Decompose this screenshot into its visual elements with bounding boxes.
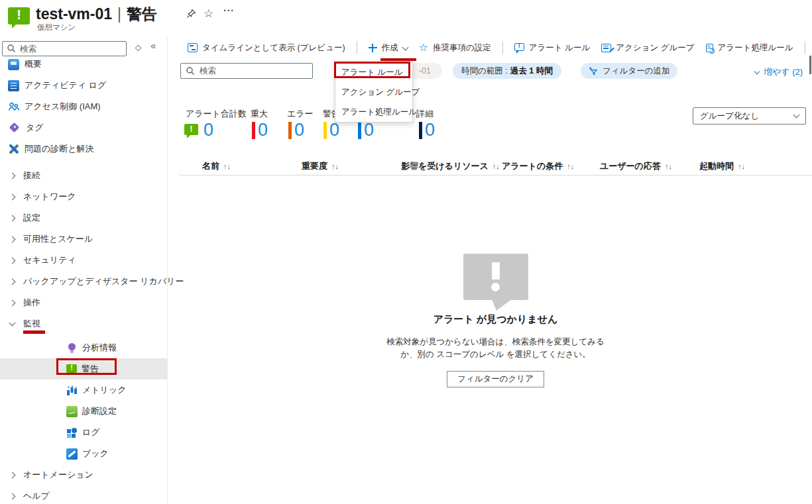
sidebar-item-activity-log[interactable]: アクティビティ ログ [0,75,167,96]
chevron-right-icon [9,299,16,306]
sidebar-item-label: アクティビティ ログ [25,79,106,91]
bubble-tail [493,300,511,311]
search-icon [7,44,16,53]
sidebar-item-overview[interactable]: 概要 [0,54,167,75]
time-range-pill[interactable]: 時間の範囲 : 過去 1 時間 [453,63,561,79]
sidebar-item-alerts[interactable]: 警告 [0,358,167,379]
annotation-underline-monitoring [23,330,45,334]
create-menu-item-action-group[interactable]: アクション グループ [335,82,412,102]
sidebar-item-logs[interactable]: ログ [0,422,167,443]
pin-icon[interactable] [186,9,196,21]
column-affected-resource[interactable]: 影響を受けるリソース ↑↓ [401,160,500,172]
column-alert-condition[interactable]: アラートの条件 ↑↓ [502,160,574,172]
action-groups-label: アクション グループ [616,42,694,54]
sidebar-item-access-control[interactable]: アクセス制御 (IAM) [0,96,167,117]
sidebar-options-icon[interactable] [135,45,142,52]
sort-icon: ↑↓ [223,162,231,170]
insights-icon [66,342,78,354]
time-range-value: 過去 1 時間 [510,66,553,77]
error-severity-bar [288,122,292,139]
sidebar-item-networking[interactable]: ネットワーク [0,186,167,207]
collapse-sidebar-button[interactable]: « [150,40,156,51]
sidebar-item-security[interactable]: セキュリティ [0,250,167,271]
star-icon [419,42,428,53]
no-alerts-icon [463,254,528,300]
sidebar-item-insights[interactable]: 分析情報 [0,337,167,358]
sidebar-item-label: 分析情報 [82,342,117,354]
toolbar-divider [502,41,503,54]
informational-severity-bar [358,122,361,139]
menu-item-label: アラート処理ルール [341,107,417,118]
metrics-icon [66,385,78,396]
sidebar-item-label: 診断設定 [82,405,117,417]
sidebar-item-label: ブック [82,448,109,460]
add-filter-pill[interactable]: フィルターの追加 [581,63,677,79]
chevron-right-icon [9,493,16,499]
column-fire-time[interactable]: 起動時間 ↑↓ [699,160,745,172]
sidebar-item-diagnostic-settings[interactable]: 診断設定 [0,401,167,422]
create-menu-item-alert-rule[interactable]: アラート ルール [335,62,412,82]
azure-portal-alerts-page: test-vm-01|警告 仮想マシン ☆ ··· « 概要 アクティビティ ロ… [0,0,812,504]
vertical-scrollbar-thumb[interactable] [809,56,811,74]
sidebar-item-operations[interactable]: 操作 [0,292,167,313]
create-button[interactable]: 作成 [369,42,408,54]
stat-warning-value: 0 [329,120,339,140]
alert-processing-rules-icon [706,44,713,52]
alert-processing-rules-button[interactable]: アラート処理ルール [706,42,793,54]
timeline-view-label: タイムラインとして表示 (プレビュー) [202,42,345,54]
critical-severity-bar [252,122,255,139]
sidebar-item-help[interactable]: ヘルプ [0,485,167,504]
diagnostic-settings-icon [66,406,78,417]
stat-critical-label: 重大 [251,108,268,120]
column-label: 重要度 [302,160,327,172]
sidebar-item-availability-scale[interactable]: 可用性とスケール [0,228,167,250]
resource-filter-pill-text: -01 [419,66,431,76]
sidebar-item-settings[interactable]: 設定 [0,207,167,228]
stat-error-value: 0 [294,120,304,140]
expand-more-link[interactable]: 増やす (2) [755,66,803,78]
sidebar-item-label: セキュリティ [23,254,76,266]
stat-informational-value: 0 [364,120,374,140]
column-severity[interactable]: 重要度 ↑↓ [302,160,339,172]
sidebar-item-workbooks[interactable]: ブック [0,443,167,464]
recommended-alert-rules-button[interactable]: 推奨事項の設定 [419,42,491,54]
sidebar-item-label: 接続 [23,170,40,181]
total-alerts-icon [184,124,198,135]
grouping-select[interactable]: グループ化なし [693,107,806,125]
column-label: 起動時間 [699,160,734,172]
sidebar-item-diagnose-solve[interactable]: 問題の診断と解決 [0,138,167,160]
chevron-right-icon [9,215,16,221]
overview-icon [8,59,19,70]
alerts-search-input[interactable] [180,63,313,79]
create-label: 作成 [382,42,398,54]
sort-icon: ↑↓ [738,162,745,170]
alert-rules-icon [514,43,524,51]
timeline-view-button[interactable]: タイムラインとして表示 (プレビュー) [188,42,345,54]
header-overflow-icon[interactable]: ··· [223,5,235,16]
sidebar-item-label: 可用性とスケール [23,233,93,245]
stat-total-alerts-label: アラート合計数 [186,108,247,120]
sidebar-item-tags[interactable]: タグ [0,117,167,138]
sidebar-item-monitoring[interactable]: 監視 [0,313,167,334]
create-menu-item-alert-processing-rule[interactable]: アラート処理ルール [335,102,412,122]
workbooks-icon [66,448,78,460]
sidebar-item-automation[interactable]: オートメーション [0,464,167,485]
favorite-star-icon[interactable]: ☆ [203,7,213,21]
sidebar-item-metrics[interactable]: メトリック [0,379,167,401]
alert-rules-button[interactable]: アラート ルール [514,42,590,54]
sidebar-item-label: 監視 [23,318,40,330]
empty-state-message: 検索対象が見つからない場合は、検索条件を変更してみるか、別の スコープのレベル … [381,336,610,362]
sidebar-item-connect[interactable]: 接続 [0,165,167,186]
resource-type-label: 仮想マシン [37,23,76,32]
action-groups-button[interactable]: アクション グループ [601,42,694,54]
sidebar-item-label: 操作 [23,297,40,309]
chevron-down-icon [402,44,408,50]
column-name[interactable]: 名前 ↑↓ [202,160,231,172]
recommendations-label: 推奨事項の設定 [433,42,491,54]
page-title: test-vm-01|警告 [36,4,157,25]
clear-filters-button[interactable]: フィルターのクリア [447,371,544,387]
column-user-response[interactable]: ユーザーの応答 ↑↓ [600,160,672,172]
timeline-icon [188,43,198,52]
column-label: ユーザーの応答 [600,160,661,172]
sidebar-item-backup-dr[interactable]: バックアップとディザスター リカバリー [0,271,167,292]
